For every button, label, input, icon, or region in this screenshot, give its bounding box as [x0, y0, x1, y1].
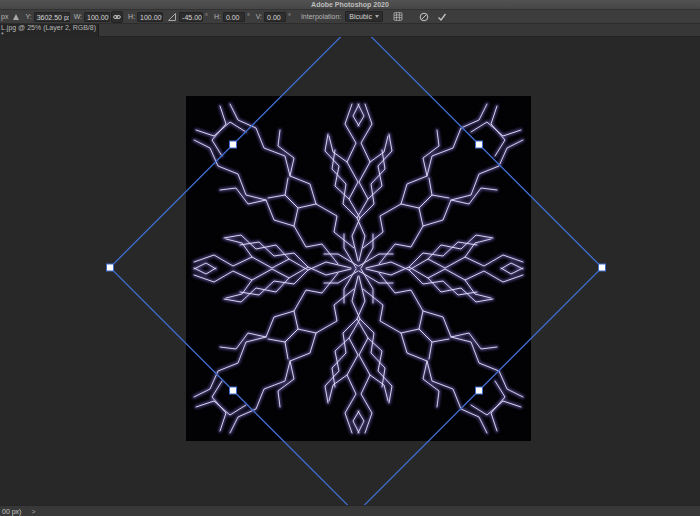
transform-handle-left-corner[interactable] [107, 264, 114, 271]
maintain-aspect-ratio-button[interactable] [111, 11, 123, 23]
width-input[interactable]: 100.00% [84, 12, 110, 22]
cancel-transform-button[interactable] [418, 11, 430, 23]
transform-handle-top-right-middle[interactable] [476, 141, 483, 148]
warp-grid-icon [393, 12, 403, 21]
link-icon [113, 13, 121, 21]
cancel-circle-slash-icon [419, 12, 429, 22]
transform-options-bar: px Y: 3602.50 px W: 100.00% H: 100.00% -… [0, 10, 700, 24]
v-skew-input[interactable]: 0.00 [264, 12, 286, 22]
chevron-down-icon [375, 15, 379, 18]
status-bar: 00 px) > [0, 505, 700, 516]
transform-handle-top-left-middle[interactable] [230, 141, 237, 148]
height-label: H: [128, 13, 135, 20]
interpolation-dropdown[interactable]: Bicubic [345, 11, 383, 22]
rotation-angle-input[interactable]: -45.00 [179, 12, 203, 22]
y-label: Y: [25, 13, 31, 20]
document-tab[interactable]: L.jpg @ 25% (Layer 2, RGB/8) * [0, 24, 99, 37]
h-skew-label: H: [214, 13, 221, 20]
width-label: W: [74, 13, 82, 20]
rotate-angle-icon [167, 12, 177, 22]
title-bar: Adobe Photoshop 2020 [0, 0, 700, 10]
transform-handle-bottom-left-middle[interactable] [230, 387, 237, 394]
photoshop-window: { "app": { "title": "Adobe Photoshop 202… [0, 0, 700, 516]
height-input[interactable]: 100.00% [137, 12, 163, 22]
checkmark-icon [437, 12, 447, 22]
angle-unit: ° [205, 13, 208, 20]
document-info-fragment: 00 px) [2, 508, 21, 515]
v-skew-label: V: [256, 13, 262, 20]
transform-handle-right-corner[interactable] [599, 264, 606, 271]
warp-mode-toggle-button[interactable] [392, 11, 404, 23]
status-chevron-icon[interactable]: > [31, 508, 35, 515]
x-unit-fragment: px [1, 13, 8, 20]
h-skew-input[interactable]: 0.00 [223, 12, 245, 22]
document-tab-bar: L.jpg @ 25% (Layer 2, RGB/8) * [0, 24, 700, 37]
y-position-input[interactable]: 3602.50 px [34, 12, 70, 22]
interpolation-label: Interpolation: [301, 13, 341, 20]
v-skew-unit: ° [288, 13, 291, 20]
relative-positioning-icon[interactable] [13, 14, 19, 20]
document-tab-title: L.jpg @ 25% (Layer 2, RGB/8) * [1, 24, 98, 37]
transform-handle-bottom-right-middle[interactable] [476, 387, 483, 394]
transform-bounding-box[interactable] [110, 37, 602, 505]
app-title: Adobe Photoshop 2020 [311, 1, 389, 8]
commit-transform-button[interactable] [436, 11, 448, 23]
h-skew-unit: ° [247, 13, 250, 20]
canvas-area[interactable] [0, 37, 700, 505]
interpolation-value: Bicubic [349, 13, 372, 20]
transform-bounding-box-overlay [0, 37, 700, 505]
